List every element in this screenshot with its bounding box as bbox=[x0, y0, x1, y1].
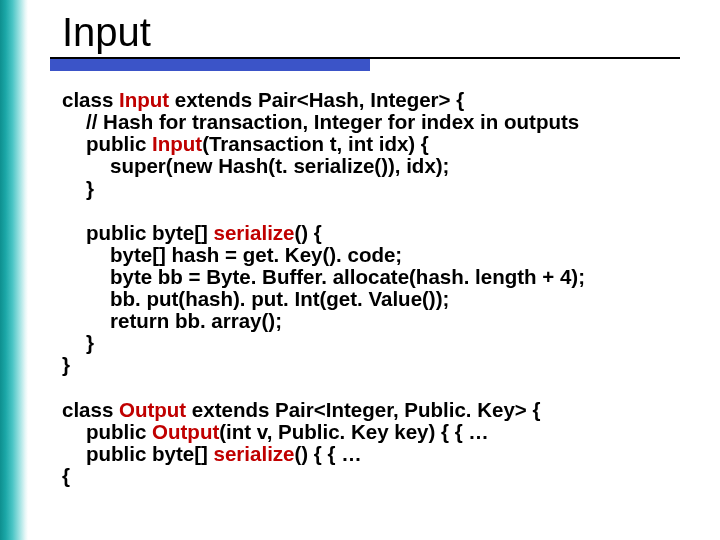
blank-line bbox=[62, 377, 710, 399]
code-line: } bbox=[62, 178, 94, 200]
code-line: return bb. array(); bbox=[62, 310, 282, 332]
code-text: extends Pair<Integer, Public. Key> { bbox=[186, 398, 540, 421]
code-line: byte bb = Byte. Buffer. allocate(hash. l… bbox=[62, 266, 585, 288]
classname-output: Output bbox=[119, 398, 186, 421]
code-text: (Transaction t, int idx) { bbox=[202, 132, 429, 155]
method-serialize: serialize bbox=[214, 442, 295, 465]
kw-public: public bbox=[86, 420, 152, 443]
code-line: public byte[] serialize() { bbox=[62, 222, 322, 244]
code-text: (int v, Public. Key key) { { … bbox=[219, 420, 489, 443]
ctor-output: Output bbox=[152, 420, 219, 443]
code-line: } bbox=[62, 332, 94, 354]
code-line: class Output extends Pair<Integer, Publi… bbox=[62, 398, 541, 421]
kw-class: class bbox=[62, 88, 119, 111]
code-line: public Output(int v, Public. Key key) { … bbox=[62, 421, 489, 443]
kw-public: public byte[] bbox=[86, 221, 214, 244]
code-line: } bbox=[62, 353, 70, 376]
code-line: byte[] hash = get. Key(). code; bbox=[62, 244, 402, 266]
code-line: public Input(Transaction t, int idx) { bbox=[62, 133, 429, 155]
code-line: super(new Hash(t. serialize()), idx); bbox=[62, 155, 449, 177]
kw-class: class bbox=[62, 398, 119, 421]
code-text: () { { … bbox=[294, 442, 361, 465]
slide-title: Input bbox=[0, 0, 720, 57]
code-line: // Hash for transaction, Integer for ind… bbox=[62, 111, 579, 133]
title-underline-block bbox=[50, 59, 370, 71]
kw-public: public byte[] bbox=[86, 442, 214, 465]
classname-input: Input bbox=[119, 88, 169, 111]
code-block: class Input extends Pair<Hash, Integer> … bbox=[0, 71, 720, 487]
code-line: public byte[] serialize() { { … bbox=[62, 443, 362, 465]
blank-line bbox=[62, 200, 710, 222]
code-text: () { bbox=[294, 221, 321, 244]
slide-content: Input class Input extends Pair<Hash, Int… bbox=[0, 0, 720, 487]
code-line: { bbox=[62, 464, 70, 487]
ctor-input: Input bbox=[152, 132, 202, 155]
method-serialize: serialize bbox=[214, 221, 295, 244]
title-underline bbox=[0, 57, 720, 71]
code-text: extends Pair<Hash, Integer> { bbox=[169, 88, 464, 111]
code-line: class Input extends Pair<Hash, Integer> … bbox=[62, 88, 464, 111]
code-line: bb. put(hash). put. Int(get. Value()); bbox=[62, 288, 449, 310]
kw-public: public bbox=[86, 132, 152, 155]
